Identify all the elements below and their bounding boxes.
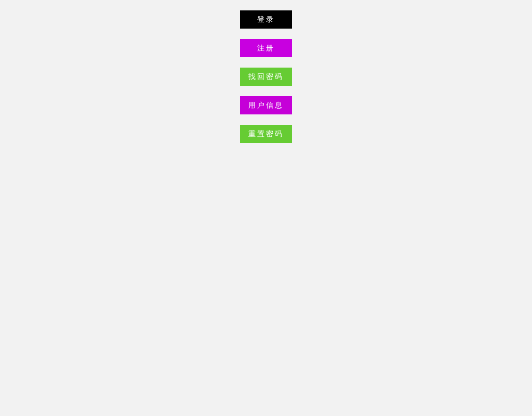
recover-password-button[interactable]: 找回密码 xyxy=(240,68,292,86)
user-info-button[interactable]: 用户信息 xyxy=(240,96,292,114)
reset-password-button[interactable]: 重置密码 xyxy=(240,125,292,143)
login-button[interactable]: 登录 xyxy=(240,10,292,29)
register-button[interactable]: 注册 xyxy=(240,39,292,57)
